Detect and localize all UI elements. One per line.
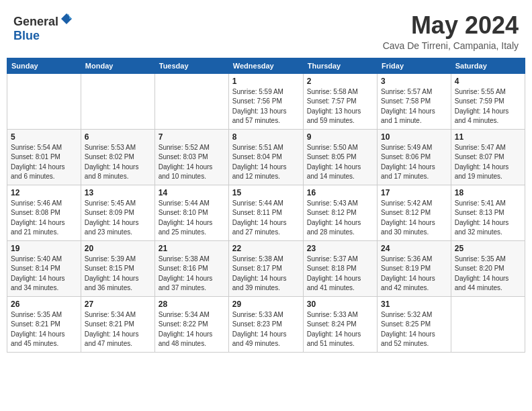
day-info: Sunrise: 5:34 AM Sunset: 8:21 PM Dayligh… <box>85 310 151 349</box>
calendar-cell: 10Sunrise: 5:49 AM Sunset: 8:06 PM Dayli… <box>378 129 451 185</box>
calendar-cell: 27Sunrise: 5:34 AM Sunset: 8:21 PM Dayli… <box>81 296 154 352</box>
day-number: 18 <box>455 188 521 197</box>
calendar-cell: 6Sunrise: 5:53 AM Sunset: 8:02 PM Daylig… <box>81 129 154 185</box>
day-info: Sunrise: 5:40 AM Sunset: 8:14 PM Dayligh… <box>11 255 77 293</box>
calendar-cell: 28Sunrise: 5:34 AM Sunset: 8:22 PM Dayli… <box>154 296 228 352</box>
day-number: 28 <box>159 300 225 309</box>
month-title: May 2024 <box>383 12 519 39</box>
calendar-cell: 25Sunrise: 5:35 AM Sunset: 8:20 PM Dayli… <box>451 240 525 296</box>
day-info: Sunrise: 5:38 AM Sunset: 8:17 PM Dayligh… <box>232 255 300 293</box>
calendar-cell: 31Sunrise: 5:32 AM Sunset: 8:25 PM Dayli… <box>378 296 451 352</box>
calendar-cell <box>81 73 154 129</box>
day-info: Sunrise: 5:52 AM Sunset: 8:03 PM Dayligh… <box>159 143 225 182</box>
calendar-week-1: 1Sunrise: 5:59 AM Sunset: 7:56 PM Daylig… <box>7 73 525 129</box>
calendar-cell <box>451 296 525 352</box>
day-info: Sunrise: 5:37 AM Sunset: 8:18 PM Dayligh… <box>307 255 373 293</box>
logo-general-text: General <box>13 15 58 28</box>
day-info: Sunrise: 5:33 AM Sunset: 8:24 PM Dayligh… <box>307 310 373 349</box>
weekday-header-wednesday: Wednesday <box>228 58 303 73</box>
day-info: Sunrise: 5:47 AM Sunset: 8:07 PM Dayligh… <box>455 143 521 182</box>
day-info: Sunrise: 5:58 AM Sunset: 7:57 PM Dayligh… <box>307 87 373 126</box>
day-info: Sunrise: 5:57 AM Sunset: 7:58 PM Dayligh… <box>381 87 447 126</box>
day-info: Sunrise: 5:41 AM Sunset: 8:13 PM Dayligh… <box>455 199 521 238</box>
day-number: 30 <box>307 300 373 309</box>
day-info: Sunrise: 5:34 AM Sunset: 8:22 PM Dayligh… <box>159 310 225 349</box>
calendar-cell: 3Sunrise: 5:57 AM Sunset: 7:58 PM Daylig… <box>378 73 451 129</box>
day-info: Sunrise: 5:32 AM Sunset: 8:25 PM Dayligh… <box>381 310 447 349</box>
calendar-cell: 17Sunrise: 5:42 AM Sunset: 8:12 PM Dayli… <box>378 185 451 240</box>
calendar-cell: 18Sunrise: 5:41 AM Sunset: 8:13 PM Dayli… <box>451 185 525 240</box>
calendar-cell: 22Sunrise: 5:38 AM Sunset: 8:17 PM Dayli… <box>228 240 303 296</box>
calendar-cell: 19Sunrise: 5:40 AM Sunset: 8:14 PM Dayli… <box>7 240 81 296</box>
day-info: Sunrise: 5:53 AM Sunset: 8:02 PM Dayligh… <box>85 143 151 182</box>
location-text: Cava De Tirreni, Campania, Italy <box>383 40 519 51</box>
day-info: Sunrise: 5:38 AM Sunset: 8:16 PM Dayligh… <box>159 255 225 293</box>
day-info: Sunrise: 5:59 AM Sunset: 7:56 PM Dayligh… <box>232 87 300 126</box>
weekday-header-thursday: Thursday <box>303 58 377 73</box>
day-info: Sunrise: 5:39 AM Sunset: 8:15 PM Dayligh… <box>85 255 151 293</box>
day-number: 8 <box>232 132 300 142</box>
calendar-cell: 15Sunrise: 5:44 AM Sunset: 8:11 PM Dayli… <box>228 185 303 240</box>
day-info: Sunrise: 5:44 AM Sunset: 8:10 PM Dayligh… <box>159 199 225 238</box>
calendar-cell: 8Sunrise: 5:51 AM Sunset: 8:04 PM Daylig… <box>228 129 303 185</box>
calendar-cell: 14Sunrise: 5:44 AM Sunset: 8:10 PM Dayli… <box>154 185 228 240</box>
day-number: 23 <box>307 244 373 253</box>
day-info: Sunrise: 5:46 AM Sunset: 8:08 PM Dayligh… <box>11 199 77 238</box>
title-block: May 2024 Cava De Tirreni, Campania, Ital… <box>383 12 519 51</box>
day-number: 9 <box>307 132 373 142</box>
weekday-header-monday: Monday <box>81 58 154 73</box>
day-info: Sunrise: 5:36 AM Sunset: 8:19 PM Dayligh… <box>381 255 447 293</box>
day-number: 13 <box>85 188 151 197</box>
calendar-cell: 30Sunrise: 5:33 AM Sunset: 8:24 PM Dayli… <box>303 296 377 352</box>
day-number: 16 <box>307 188 373 197</box>
day-number: 22 <box>232 244 300 253</box>
day-number: 4 <box>455 77 521 86</box>
calendar-cell: 4Sunrise: 5:55 AM Sunset: 7:59 PM Daylig… <box>451 73 525 129</box>
day-number: 24 <box>381 244 447 253</box>
calendar-cell: 13Sunrise: 5:45 AM Sunset: 8:09 PM Dayli… <box>81 185 154 240</box>
calendar-week-2: 5Sunrise: 5:54 AM Sunset: 8:01 PM Daylig… <box>7 129 525 185</box>
calendar-cell: 7Sunrise: 5:52 AM Sunset: 8:03 PM Daylig… <box>154 129 228 185</box>
day-number: 2 <box>307 77 373 86</box>
calendar-cell: 5Sunrise: 5:54 AM Sunset: 8:01 PM Daylig… <box>7 129 81 185</box>
day-number: 6 <box>85 132 151 142</box>
day-number: 7 <box>159 132 225 142</box>
day-number: 26 <box>11 300 77 309</box>
day-number: 5 <box>11 132 77 142</box>
calendar-cell: 24Sunrise: 5:36 AM Sunset: 8:19 PM Dayli… <box>378 240 451 296</box>
logo-blue-text: Blue <box>13 29 40 42</box>
day-number: 15 <box>232 188 300 197</box>
calendar-cell: 20Sunrise: 5:39 AM Sunset: 8:15 PM Dayli… <box>81 240 154 296</box>
day-number: 10 <box>381 132 447 142</box>
calendar-cell: 16Sunrise: 5:43 AM Sunset: 8:12 PM Dayli… <box>303 185 377 240</box>
day-info: Sunrise: 5:51 AM Sunset: 8:04 PM Dayligh… <box>232 143 300 182</box>
weekday-header-sunday: Sunday <box>7 58 81 73</box>
day-info: Sunrise: 5:42 AM Sunset: 8:12 PM Dayligh… <box>381 199 447 238</box>
day-number: 1 <box>232 77 300 86</box>
day-number: 31 <box>381 300 447 309</box>
day-number: 21 <box>159 244 225 253</box>
calendar-cell: 26Sunrise: 5:35 AM Sunset: 8:21 PM Dayli… <box>7 296 81 352</box>
calendar-cell: 1Sunrise: 5:59 AM Sunset: 7:56 PM Daylig… <box>228 73 303 129</box>
day-info: Sunrise: 5:33 AM Sunset: 8:23 PM Dayligh… <box>232 310 300 349</box>
calendar-cell: 12Sunrise: 5:46 AM Sunset: 8:08 PM Dayli… <box>7 185 81 240</box>
weekday-header-friday: Friday <box>378 58 451 73</box>
weekday-header-tuesday: Tuesday <box>154 58 228 73</box>
day-info: Sunrise: 5:54 AM Sunset: 8:01 PM Dayligh… <box>11 143 77 182</box>
calendar-header-row: SundayMondayTuesdayWednesdayThursdayFrid… <box>7 58 525 73</box>
day-number: 20 <box>85 244 151 253</box>
day-number: 25 <box>455 244 521 253</box>
day-number: 11 <box>455 132 521 142</box>
day-number: 27 <box>85 300 151 309</box>
calendar-cell: 9Sunrise: 5:50 AM Sunset: 8:05 PM Daylig… <box>303 129 377 185</box>
logo-icon <box>60 12 73 26</box>
calendar-cell: 29Sunrise: 5:33 AM Sunset: 8:23 PM Dayli… <box>228 296 303 352</box>
day-number: 29 <box>232 300 300 309</box>
day-info: Sunrise: 5:50 AM Sunset: 8:05 PM Dayligh… <box>307 143 373 182</box>
calendar-cell <box>7 73 81 129</box>
calendar-table: SundayMondayTuesdayWednesdayThursdayFrid… <box>7 58 525 353</box>
day-info: Sunrise: 5:35 AM Sunset: 8:21 PM Dayligh… <box>11 310 77 349</box>
day-number: 14 <box>159 188 225 197</box>
day-number: 12 <box>11 188 77 197</box>
day-number: 17 <box>381 188 447 197</box>
